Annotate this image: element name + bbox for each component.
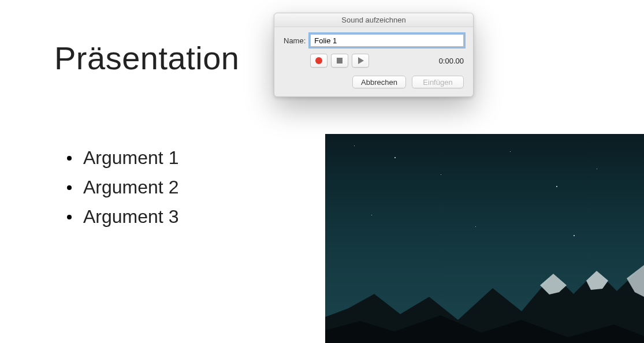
record-sound-dialog: Sound aufzeichnen Name: 0:00.00 Abbreche… [274, 13, 474, 97]
slide-image [325, 134, 644, 343]
bullet-icon [67, 185, 72, 190]
stop-icon [337, 58, 343, 64]
insert-button[interactable]: Einfügen [412, 76, 464, 88]
bullet-text: Argument 3 [83, 206, 178, 228]
bullet-text: Argument 2 [83, 177, 178, 198]
dialog-title: Sound aufzeichnen [274, 13, 473, 27]
list-item: Argument 1 [67, 147, 178, 169]
record-icon [315, 57, 322, 64]
list-item: Argument 3 [67, 206, 178, 228]
record-button[interactable] [310, 54, 327, 68]
cancel-button[interactable]: Abbrechen [352, 76, 406, 88]
play-button[interactable] [352, 54, 369, 68]
mountain-shape-front [325, 239, 644, 343]
slide-bullets: Argument 1 Argument 2 Argument 3 [67, 147, 178, 236]
bullet-icon [67, 156, 72, 161]
recording-name-input[interactable] [310, 34, 464, 47]
bullet-icon [67, 215, 72, 219]
slide-title: Präsentation [54, 39, 239, 77]
play-icon [358, 57, 364, 64]
list-item: Argument 2 [67, 177, 178, 198]
name-label: Name: [284, 36, 306, 45]
elapsed-time: 0:00.00 [439, 57, 464, 65]
stop-button[interactable] [331, 54, 348, 68]
bullet-text: Argument 1 [83, 147, 178, 169]
